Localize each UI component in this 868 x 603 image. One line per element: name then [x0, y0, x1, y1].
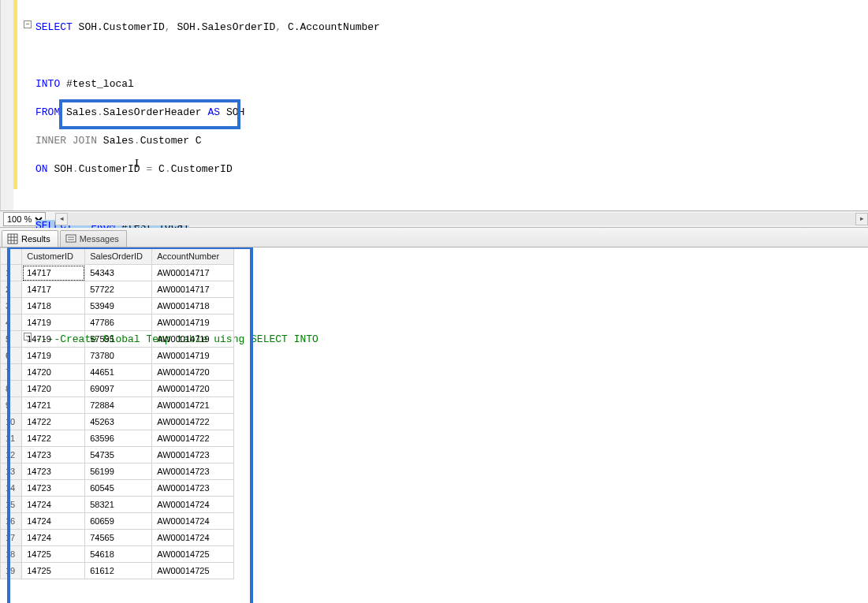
cell-customerid[interactable]: 14718	[22, 298, 85, 315]
cell-salesorderid[interactable]: 74565	[85, 530, 152, 546]
table-row[interactable]: 131472356199AW00014723	[1, 463, 234, 480]
table-row[interactable]: 21471757722AW00014717	[1, 281, 234, 298]
editor-horizontal-scrollbar[interactable]: ◂ ▸	[55, 213, 868, 225]
cell-salesorderid[interactable]: 61612	[85, 563, 152, 579]
table-row[interactable]: 121472354735AW00014723	[1, 447, 234, 463]
editor-vertical-scrollbar[interactable]	[0, 0, 13, 210]
cell-accountnumber[interactable]: AW00014724	[152, 513, 234, 530]
table-row[interactable]: 11471754343AW00014717	[1, 265, 234, 281]
cell-accountnumber[interactable]: AW00014717	[152, 265, 234, 281]
cell-accountnumber[interactable]: AW00014725	[152, 563, 234, 579]
cell-customerid[interactable]: 14722	[22, 430, 85, 447]
row-number: 8	[1, 381, 22, 397]
table-row[interactable]: 31471853949AW00014718	[1, 298, 234, 315]
cell-accountnumber[interactable]: AW00014718	[152, 298, 234, 315]
fold-minus-icon[interactable]: −	[24, 20, 32, 28]
table-row[interactable]: 61471973780AW00014719	[1, 348, 234, 364]
table-row[interactable]: 191472561612AW00014725	[1, 563, 234, 579]
cell-accountnumber[interactable]: AW00014719	[152, 331, 234, 348]
row-number: 19	[1, 563, 22, 579]
cell-customerid[interactable]: 14721	[22, 397, 85, 414]
cell-salesorderid[interactable]: 54618	[85, 546, 152, 563]
cell-accountnumber[interactable]: AW00014724	[152, 497, 234, 513]
results-grid[interactable]: CustomerID SalesOrderID AccountNumber 11…	[0, 248, 234, 579]
cell-customerid[interactable]: 14723	[22, 463, 85, 480]
cell-customerid[interactable]: 14717	[22, 281, 85, 298]
cell-accountnumber[interactable]: AW00014720	[152, 364, 234, 381]
zoom-toolbar: 100 % ◂ ▸	[0, 211, 868, 228]
cell-accountnumber[interactable]: AW00014717	[152, 281, 234, 298]
table-row[interactable]: 141472360545AW00014723	[1, 480, 234, 497]
cell-customerid[interactable]: 14723	[22, 447, 85, 463]
col-header-accountnumber[interactable]: AccountNumber	[152, 248, 234, 265]
cell-customerid[interactable]: 14725	[22, 546, 85, 563]
row-number: 18	[1, 546, 22, 563]
cell-salesorderid[interactable]: 45263	[85, 414, 152, 430]
col-header-customerid[interactable]: CustomerID	[22, 248, 85, 265]
cell-customerid[interactable]: 14719	[22, 315, 85, 331]
cell-customerid[interactable]: 14724	[22, 513, 85, 530]
row-number: 1	[1, 265, 22, 281]
tab-results[interactable]: Results	[2, 230, 58, 247]
table-row[interactable]: 91472172884AW00014721	[1, 397, 234, 414]
col-header-salesorderid[interactable]: SalesOrderID	[85, 248, 152, 265]
table-row[interactable]: 71472044651AW00014720	[1, 364, 234, 381]
table-row[interactable]: 101472245263AW00014722	[1, 414, 234, 430]
cell-customerid[interactable]: 14720	[22, 364, 85, 381]
cell-accountnumber[interactable]: AW00014722	[152, 414, 234, 430]
tab-results-label: Results	[21, 234, 50, 244]
cell-salesorderid[interactable]: 54735	[85, 447, 152, 463]
cell-customerid[interactable]: 14724	[22, 497, 85, 513]
table-row[interactable]: 151472458321AW00014724	[1, 497, 234, 513]
table-row[interactable]: 161472460659AW00014724	[1, 513, 234, 530]
cell-accountnumber[interactable]: AW00014725	[152, 546, 234, 563]
cell-customerid[interactable]: 14722	[22, 414, 85, 430]
cell-customerid[interactable]: 14717	[22, 265, 85, 281]
change-marker	[13, 0, 17, 189]
cell-customerid[interactable]: 14725	[22, 563, 85, 579]
cell-salesorderid[interactable]: 60659	[85, 513, 152, 530]
cell-customerid[interactable]: 14723	[22, 480, 85, 497]
table-row[interactable]: 181472554618AW00014725	[1, 546, 234, 563]
scroll-left-icon[interactable]: ◂	[55, 213, 68, 225]
cell-accountnumber[interactable]: AW00014723	[152, 463, 234, 480]
cell-accountnumber[interactable]: AW00014720	[152, 381, 234, 397]
cell-customerid[interactable]: 14719	[22, 331, 85, 348]
cell-salesorderid[interactable]: 69097	[85, 381, 152, 397]
cell-accountnumber[interactable]: AW00014723	[152, 480, 234, 497]
cell-salesorderid[interactable]: 57595	[85, 331, 152, 348]
table-row[interactable]: 111472263596AW00014722	[1, 430, 234, 447]
cell-salesorderid[interactable]: 72884	[85, 397, 152, 414]
cell-customerid[interactable]: 14720	[22, 381, 85, 397]
cell-accountnumber[interactable]: AW00014722	[152, 430, 234, 447]
cell-customerid[interactable]: 14719	[22, 348, 85, 364]
cell-customerid[interactable]: 14724	[22, 530, 85, 546]
cell-salesorderid[interactable]: 44651	[85, 364, 152, 381]
tab-messages[interactable]: Messages	[60, 230, 127, 247]
table-row[interactable]: 81472069097AW00014720	[1, 381, 234, 397]
svg-rect-5	[66, 235, 76, 242]
cell-salesorderid[interactable]: 53949	[85, 298, 152, 315]
table-row[interactable]: 171472474565AW00014724	[1, 530, 234, 546]
cell-salesorderid[interactable]: 54343	[85, 265, 152, 281]
row-number: 17	[1, 530, 22, 546]
cell-salesorderid[interactable]: 57722	[85, 281, 152, 298]
scroll-right-icon[interactable]: ▸	[855, 213, 868, 225]
sql-editor[interactable]: −SELECT SOH.CustomerID, SOH.SalesOrderID…	[32, 0, 868, 210]
cell-salesorderid[interactable]: 60545	[85, 480, 152, 497]
table-row[interactable]: 51471957595AW00014719	[1, 331, 234, 348]
cell-salesorderid[interactable]: 63596	[85, 430, 152, 447]
cell-accountnumber[interactable]: AW00014723	[152, 447, 234, 463]
cell-accountnumber[interactable]: AW00014724	[152, 530, 234, 546]
cell-salesorderid[interactable]: 47786	[85, 315, 152, 331]
cell-accountnumber[interactable]: AW00014721	[152, 397, 234, 414]
cell-salesorderid[interactable]: 58321	[85, 497, 152, 513]
cell-salesorderid[interactable]: 56199	[85, 463, 152, 480]
cell-salesorderid[interactable]: 73780	[85, 348, 152, 364]
cell-accountnumber[interactable]: AW00014719	[152, 348, 234, 364]
row-number: 5	[1, 331, 22, 348]
row-number: 2	[1, 281, 22, 298]
row-number: 14	[1, 480, 22, 497]
table-row[interactable]: 41471947786AW00014719	[1, 315, 234, 331]
cell-accountnumber[interactable]: AW00014719	[152, 315, 234, 331]
